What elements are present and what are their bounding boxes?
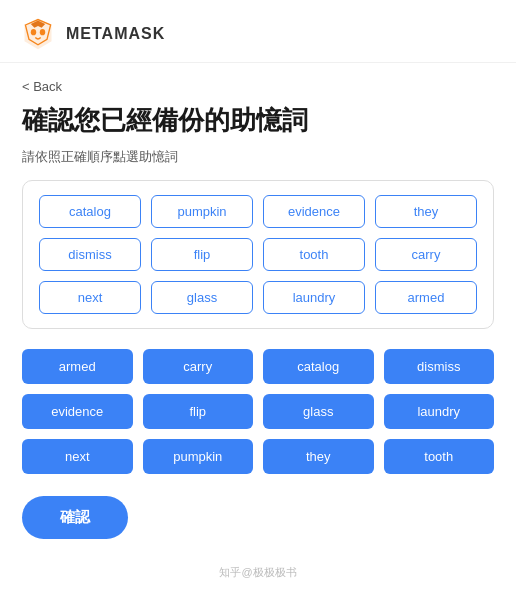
selected-word-chip[interactable]: tooth [384,439,495,474]
watermark: 知乎@极极极书 [0,559,516,582]
selected-word-chip[interactable]: catalog [263,349,374,384]
page-subtitle: 請依照正確順序點選助憶詞 [22,148,494,166]
svg-point-1 [31,29,36,35]
selected-word-chip[interactable]: next [22,439,133,474]
app-container: METAMASK < Back 確認您已經備份的助憶詞 請依照正確順序點選助憶詞… [0,0,516,596]
page-title: 確認您已經備份的助憶詞 [22,104,494,138]
selected-word-chip[interactable]: laundry [384,394,495,429]
selected-word-chip[interactable]: armed [22,349,133,384]
main-content: < Back 確認您已經備份的助憶詞 請依照正確順序點選助憶詞 catalogp… [0,63,516,559]
metamask-logo-icon [20,16,56,52]
word-pool-chip[interactable]: carry [375,238,477,271]
confirm-button[interactable]: 確認 [22,496,128,539]
word-pool-chip[interactable]: pumpkin [151,195,253,228]
selected-word-chip[interactable]: pumpkin [143,439,254,474]
svg-point-2 [40,29,45,35]
word-pool-chip[interactable]: catalog [39,195,141,228]
word-pool-chip[interactable]: glass [151,281,253,314]
selected-words-grid: armedcarrycatalogdismissevidenceflipglas… [22,349,494,474]
word-pool-box: catalogpumpkinevidencetheydismissfliptoo… [22,180,494,329]
word-pool-chip[interactable]: next [39,281,141,314]
selected-word-chip[interactable]: carry [143,349,254,384]
back-button[interactable]: < Back [22,79,62,94]
word-pool-chip[interactable]: tooth [263,238,365,271]
word-pool-chip[interactable]: evidence [263,195,365,228]
selected-word-chip[interactable]: glass [263,394,374,429]
word-pool-chip[interactable]: they [375,195,477,228]
word-pool-grid: catalogpumpkinevidencetheydismissfliptoo… [39,195,477,314]
selected-word-chip[interactable]: flip [143,394,254,429]
word-pool-chip[interactable]: armed [375,281,477,314]
word-pool-chip[interactable]: flip [151,238,253,271]
app-header: METAMASK [0,0,516,63]
app-name-label: METAMASK [66,25,165,43]
word-pool-chip[interactable]: laundry [263,281,365,314]
selected-word-chip[interactable]: evidence [22,394,133,429]
selected-word-chip[interactable]: they [263,439,374,474]
word-pool-chip[interactable]: dismiss [39,238,141,271]
selected-word-chip[interactable]: dismiss [384,349,495,384]
